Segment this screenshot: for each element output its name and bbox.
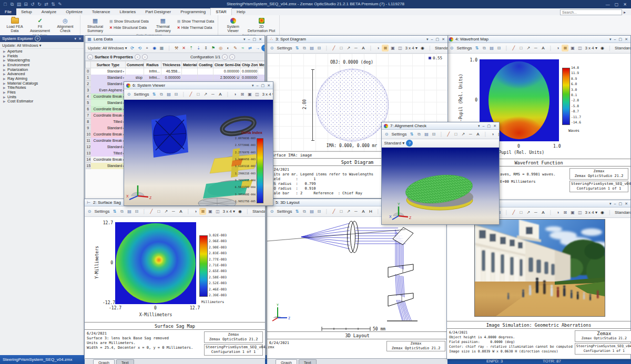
maximize-icon[interactable]: ▢ [619,37,623,41]
show-thermal-data-toggle[interactable]: ▦ Show Thermal Data [176,18,215,24]
separator[interactable]: │ [323,208,330,215]
settings-expand-icon[interactable]: ⊙ [449,45,455,51]
phase-icon[interactable]: ◐ [225,45,231,51]
close-icon[interactable]: ✕ [625,202,628,206]
copy-icon[interactable]: ⧉ [118,208,125,215]
waves-icon[interactable]: ≈ [239,45,246,51]
split-icon[interactable]: ◫ [396,45,403,51]
undo-icon[interactable]: ↺ [29,2,36,7]
split-icon[interactable]: ◫ [214,208,221,215]
separator[interactable]: │ [244,208,251,215]
menu-tab[interactable]: Part Designer [140,8,176,15]
separator[interactable]: │ [166,45,172,51]
next-config-icon[interactable]: › [229,54,235,60]
menu-tab[interactable]: File [0,8,16,15]
expand-arrow-icon[interactable]: ▶ [3,58,7,62]
text-tool-icon[interactable]: A [360,208,367,215]
rect-tool-icon[interactable]: □ [517,209,524,216]
separator[interactable]: │ [547,45,554,51]
load-fea-data-button[interactable]: Load FEAData [3,16,27,33]
help-icon[interactable]: ? [406,140,413,147]
settings-label[interactable]: Settings [133,91,150,98]
expand-arrow-icon[interactable]: ▶ [3,49,7,53]
menu-tab[interactable]: STAR [210,8,232,15]
line-tool-icon[interactable]: ╱ [330,208,337,215]
minimize-icon[interactable]: – [483,124,485,128]
maximize-icon[interactable]: ▢ [619,202,623,206]
structural-summary-button[interactable]: ▦ StructuralSummary [83,16,107,33]
insert-surface-icon[interactable]: + [144,45,150,51]
close-icon[interactable]: ✕ [625,37,628,41]
expand-arrow-icon[interactable]: ▶ [3,77,7,80]
sidebar-item[interactable]: ▶ Wavelengths [0,58,84,63]
window-icon[interactable]: ▣ [496,131,499,138]
redo-icon[interactable]: ↻ [36,2,43,7]
aperture-icon[interactable]: ◉ [151,45,158,51]
separator[interactable]: │ [374,208,381,215]
expand-arrow-icon[interactable]: ▶ [3,95,7,99]
arrow-tool-icon[interactable]: ↗ [525,209,532,216]
column-header[interactable]: Surface Type [91,61,126,68]
arrow-tool-icon[interactable]: ↗ [345,45,352,51]
invert-icon[interactable]: ◑ [554,45,561,51]
column-header[interactable]: Mech Semi-Dia [258,61,265,68]
grid-select[interactable]: 3 x 4 ▾ [404,45,419,51]
sidebar-item[interactable]: ▶ Ray Aiming [0,76,84,81]
column-header[interactable]: Radius [144,61,161,68]
separator[interactable]: │ [503,45,510,51]
update-icon[interactable]: ⇅ [150,91,157,98]
close-icon[interactable]: ✕ [267,84,270,88]
sidebar-item[interactable]: ▶ Units [0,95,84,99]
sidebar-item[interactable]: ▶ Advanced [0,71,84,76]
system-viewer-titlebar[interactable]: 6: System Viewer ▾–▢✕ [124,82,273,89]
wavefront-titlebar[interactable]: 4: Wavefront Map ▾–▢✕ [447,36,630,43]
save-icon[interactable]: ▤ [126,208,133,215]
sidebar-item[interactable]: ▶ Fields [0,54,84,58]
new-file-icon[interactable]: □ [2,2,8,7]
help-icon[interactable]: ? [35,36,40,41]
expand-arrow-icon[interactable]: ▶ [3,86,7,89]
ruler-icon[interactable]: ─ [352,208,359,215]
menu-tab[interactable]: Programming [176,8,210,15]
hide-thermal-data-toggle[interactable]: ✕ Hide Thermal Data [176,25,215,30]
swap-icon[interactable]: ⇄ [247,45,253,51]
tools-icon[interactable]: ⚒ [173,45,180,51]
settings-label[interactable]: Settings [456,45,473,51]
column-header[interactable]: Comment [126,61,144,68]
invert-icon[interactable]: ◑ [374,45,381,51]
split-icon[interactable]: ◫ [253,91,260,98]
crosshair-icon[interactable]: ⊠ [382,45,389,51]
update-icon[interactable]: ⇅ [293,45,300,51]
flag-icon[interactable]: ⚑ [210,45,217,51]
arrow-tool-icon[interactable]: ↗ [345,208,352,215]
dropdown-icon[interactable]: ▾ [609,202,612,206]
window-icon[interactable]: ▣ [389,45,396,51]
close-icon[interactable]: ✕ [493,124,496,128]
minimize-icon[interactable]: – [257,84,259,88]
settings-expand-icon[interactable]: ⊙ [269,208,276,215]
close-icon[interactable]: ✕ [442,37,445,41]
save-icon[interactable]: ▤ [16,2,22,7]
text-tool-icon[interactable]: A [540,45,546,51]
settings-expand-icon[interactable]: ⊙ [86,208,93,215]
update-icon[interactable]: ⇅ [293,208,300,215]
crosshair-icon[interactable]: ⊠ [562,209,568,216]
expand-arrow-icon[interactable]: ▶ [3,63,7,67]
menu-tab[interactable]: Analyze [37,8,61,15]
print-icon[interactable]: ⊟ [430,131,437,138]
update-selector[interactable]: Update: All Windows ▾ [0,42,84,49]
copy-icon[interactable]: ⧉ [481,45,487,51]
separator[interactable]: │ [437,131,444,138]
menu-tab[interactable]: Libraries [115,8,141,15]
deformation-plot-button[interactable]: 2DDeformation Plot [246,16,277,33]
crosshair-icon[interactable]: ⊠ [199,208,206,215]
rect-tool-icon[interactable]: □ [155,208,162,215]
sidebar-item[interactable]: ▶ Environment [0,63,84,67]
separator[interactable]: │ [503,209,510,216]
update-icon[interactable]: ⇅ [408,131,415,138]
minimize-icon[interactable]: – [614,37,616,41]
minimize-icon[interactable]: – [614,202,616,206]
line-tool-icon[interactable]: ╱ [187,91,194,98]
copy-icon[interactable]: ⧉ [415,131,422,138]
window-icon[interactable]: ▣ [569,209,576,216]
